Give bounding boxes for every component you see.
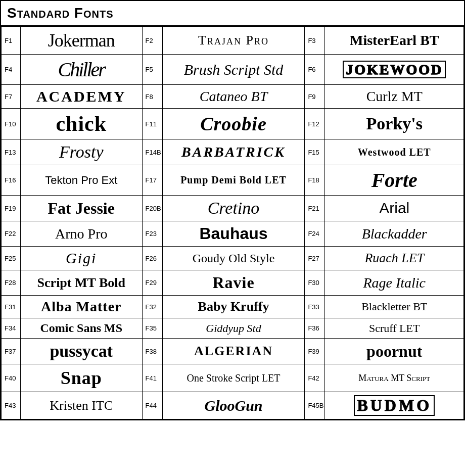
font-code: F18	[305, 165, 325, 196]
font-code: F24	[305, 221, 325, 247]
font-display: Matura MT Script	[325, 364, 464, 392]
table-row: F10 chick F11 Croobie F12 Porky's	[2, 109, 464, 139]
table-row: F43 Kristen ITC F44 GlooGun F45B BUDMO	[2, 392, 464, 419]
font-display: Alba Matter	[21, 296, 143, 318]
font-display: Gigi	[21, 247, 143, 270]
font-display: Scruff LET	[325, 318, 464, 339]
font-display: Fat Jessie	[21, 196, 143, 221]
font-display: Pump Demi Bold LET	[162, 165, 305, 196]
table-row: F7 ACADEMY F8 Cataneo BT F9 Curlz MT	[2, 85, 464, 109]
font-display: Ravie	[162, 270, 305, 296]
font-display: MisterEarl BT	[325, 27, 464, 55]
font-display: Arial	[325, 196, 464, 221]
font-display: Chiller	[21, 55, 143, 85]
font-code: F13	[2, 139, 21, 165]
font-code: F2	[142, 27, 162, 55]
font-code: F31	[2, 296, 21, 318]
table-row: F16 Tekton Pro Ext F17 Pump Demi Bold LE…	[2, 165, 464, 196]
font-code: F10	[2, 109, 21, 139]
font-display: BUDMO	[325, 392, 464, 419]
table-row: F28 Script MT Bold F29 Ravie F30 Rage It…	[2, 270, 464, 296]
table-row: F19 Fat Jessie F20B Cretino F21 Arial	[2, 196, 464, 221]
font-display: Arno Pro	[21, 221, 143, 247]
font-code: F28	[2, 270, 21, 296]
font-display: ALGERIAN	[162, 339, 305, 364]
fonts-page: Standard Fonts F1 Jokerman F2 Trajan Pro…	[0, 0, 465, 420]
font-display: Westwood LET	[325, 139, 464, 165]
font-code: F26	[142, 247, 162, 270]
font-code: F34	[2, 318, 21, 339]
font-code: F22	[2, 221, 21, 247]
font-display: Script MT Bold	[21, 270, 143, 296]
font-code: F37	[2, 339, 21, 364]
table-row: F37 pussycat F38 ALGERIAN F39 poornut	[2, 339, 464, 364]
font-code: F33	[305, 296, 325, 318]
font-code: F45B	[305, 392, 325, 419]
font-code: F6	[305, 55, 325, 85]
font-code: F23	[142, 221, 162, 247]
font-code: F38	[142, 339, 162, 364]
font-code: F29	[142, 270, 162, 296]
font-code: F19	[2, 196, 21, 221]
font-code: F41	[142, 364, 162, 392]
font-display: Curlz MT	[325, 85, 464, 109]
font-code: F25	[2, 247, 21, 270]
font-code: F8	[142, 85, 162, 109]
font-display: poornut	[325, 339, 464, 364]
table-row: F13 Frosty F14B BARBATRICK F15 Westwood …	[2, 139, 464, 165]
fonts-table: F1 Jokerman F2 Trajan Pro F3 MisterEarl …	[1, 26, 464, 419]
table-row: F25 Gigi F26 Goudy Old Style F27 Ruach L…	[2, 247, 464, 270]
font-code: F7	[2, 85, 21, 109]
font-code: F9	[305, 85, 325, 109]
font-code: F43	[2, 392, 21, 419]
font-code: F32	[142, 296, 162, 318]
font-code: F35	[142, 318, 162, 339]
font-display: Snap	[21, 364, 143, 392]
font-display: ACADEMY	[21, 85, 143, 109]
font-code: F11	[142, 109, 162, 139]
font-display: Brush Script Std	[162, 55, 305, 85]
font-display: Kristen ITC	[21, 392, 143, 419]
font-code: F5	[142, 55, 162, 85]
font-display: Porky's	[325, 109, 464, 139]
font-code: F21	[305, 196, 325, 221]
font-display: Frosty	[21, 139, 143, 165]
font-code: F44	[142, 392, 162, 419]
font-display: Jokerman	[21, 27, 143, 55]
font-display: Baby Kruffy	[162, 296, 305, 318]
font-code: F40	[2, 364, 21, 392]
font-display: Comic Sans MS	[21, 318, 143, 339]
font-display: Giddyup Std	[162, 318, 305, 339]
font-code: F12	[305, 109, 325, 139]
font-code: F27	[305, 247, 325, 270]
font-code: F15	[305, 139, 325, 165]
font-code: F1	[2, 27, 21, 55]
font-display: Goudy Old Style	[162, 247, 305, 270]
font-code: F20B	[142, 196, 162, 221]
font-display: BARBATRICK	[162, 139, 305, 165]
font-code: F16	[2, 165, 21, 196]
font-display: Tekton Pro Ext	[21, 165, 143, 196]
font-code: F42	[305, 364, 325, 392]
font-display: Cretino	[162, 196, 305, 221]
font-code: F39	[305, 339, 325, 364]
font-display: Bauhaus	[162, 221, 305, 247]
font-display: JOKEWOOD	[325, 55, 464, 85]
font-display: pussycat	[21, 339, 143, 364]
font-code: F3	[305, 27, 325, 55]
font-display: Rage Italic	[325, 270, 464, 296]
font-code: F17	[142, 165, 162, 196]
table-row: F34 Comic Sans MS F35 Giddyup Std F36 Sc…	[2, 318, 464, 339]
font-display: Blackletter BT	[325, 296, 464, 318]
font-display: Cataneo BT	[162, 85, 305, 109]
table-row: F4 Chiller F5 Brush Script Std F6 JOKEWO…	[2, 55, 464, 85]
font-code: F14B	[142, 139, 162, 165]
font-code: F36	[305, 318, 325, 339]
font-display: Trajan Pro	[162, 27, 305, 55]
font-code: F30	[305, 270, 325, 296]
font-code: F4	[2, 55, 21, 85]
font-display: Croobie	[162, 109, 305, 139]
font-display: GlooGun	[162, 392, 305, 419]
font-display: Ruach LET	[325, 247, 464, 270]
font-display: chick	[21, 109, 143, 139]
